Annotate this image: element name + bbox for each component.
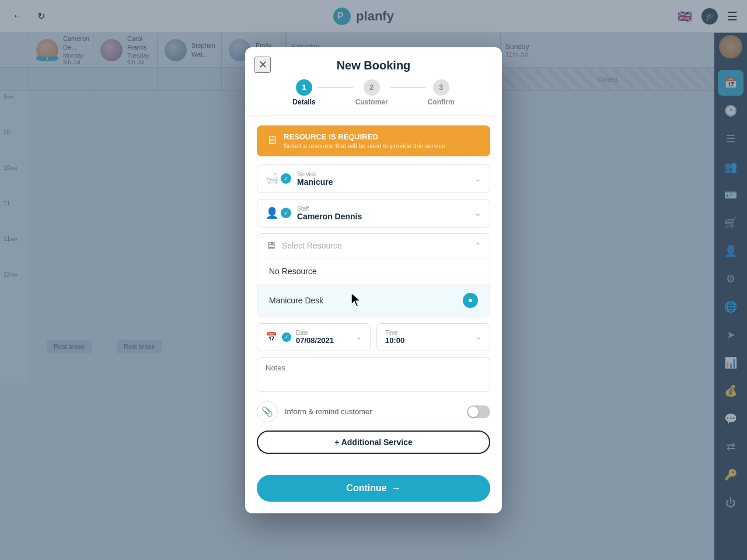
resource-label-block: Select Resource: [282, 241, 469, 250]
step-confirm: 3 Confirm: [428, 79, 455, 106]
step-connector-1: [318, 87, 353, 88]
manicure-desk-select-dot: [463, 293, 478, 308]
inform-label: Inform & remind customer: [285, 407, 460, 416]
toggle-knob: [468, 407, 479, 417]
staff-dropdown[interactable]: 👤 ✓ Staff Cameron Dennis ⌄: [257, 199, 490, 228]
step-2-circle: 2: [364, 79, 380, 96]
time-field[interactable]: Time 10:00 ⌄: [376, 323, 490, 351]
step-1-circle: 1: [296, 79, 312, 96]
alert-icon: 🖥: [266, 134, 278, 147]
resource-dropdown: 🖥 Select Resource ⌃ No Resource Manicure…: [257, 233, 490, 317]
additional-service-button[interactable]: + Additional Service: [257, 430, 490, 454]
staff-value: Cameron Dennis: [297, 212, 469, 221]
step-customer: 2 Customer: [355, 79, 388, 106]
time-dropdown-arrow: ⌄: [476, 333, 481, 341]
modal-overlay: ✕ New Booking 1 Details 2 Customer 3 Con…: [0, 0, 747, 560]
modal-body: 🖥 RESOURCE IS REQUIRED Select a resource…: [245, 116, 502, 475]
service-label-block: Service Manicure: [297, 171, 469, 187]
service-icon-group: 🛁 ✓: [266, 172, 291, 185]
service-icon: 🛁: [266, 172, 278, 185]
alert-text: RESOURCE IS REQUIRED Select a resource t…: [284, 132, 447, 149]
time-value: 10:00: [385, 336, 471, 345]
step-3-label: Confirm: [428, 98, 455, 106]
resource-required-alert: 🖥 RESOURCE IS REQUIRED Select a resource…: [257, 125, 490, 156]
step-3-circle: 3: [433, 79, 449, 96]
time-sublabel: Time: [385, 330, 471, 336]
service-sublabel: Service: [297, 171, 469, 177]
time-label-block: Time 10:00: [385, 330, 471, 345]
date-icon: 📅: [266, 331, 277, 342]
resource-dropdown-arrow: ⌃: [474, 241, 481, 250]
step-connector-2: [390, 87, 425, 88]
notes-field[interactable]: [257, 357, 490, 392]
date-value: 07/08/2021: [296, 336, 351, 345]
resource-option-no-resource[interactable]: No Resource: [257, 258, 490, 285]
date-dropdown-arrow: ⌄: [356, 333, 362, 341]
staff-dropdown-arrow: ⌄: [474, 208, 481, 218]
continue-arrow-icon: →: [392, 483, 401, 494]
steps-row: 1 Details 2 Customer 3 Confirm: [259, 79, 488, 106]
svg-point-3: [469, 299, 472, 302]
service-value: Manicure: [297, 177, 469, 187]
step-details: 1 Details: [292, 79, 315, 106]
modal-title: New Booking: [259, 59, 488, 72]
continue-label: Continue: [346, 483, 386, 494]
staff-icon: 👤: [266, 206, 278, 219]
step-1-label: Details: [292, 98, 315, 106]
resource-dropdown-header[interactable]: 🖥 Select Resource ⌃: [257, 234, 490, 258]
manicure-desk-label: Manicure Desk: [269, 296, 323, 305]
resource-placeholder: Select Resource: [282, 241, 469, 250]
continue-button[interactable]: Continue →: [257, 475, 490, 502]
staff-label-block: Staff Cameron Dennis: [297, 205, 469, 221]
select-check-icon: [467, 297, 474, 304]
modal-header: ✕ New Booking 1 Details 2 Customer 3 Con…: [245, 47, 502, 116]
service-check: ✓: [281, 173, 291, 184]
new-booking-modal: ✕ New Booking 1 Details 2 Customer 3 Con…: [245, 47, 502, 513]
resource-icon: 🖥: [266, 240, 276, 252]
staff-icon-group: 👤 ✓: [266, 206, 291, 219]
resource-options: No Resource Manicure Desk: [257, 258, 490, 317]
service-dropdown[interactable]: 🛁 ✓ Service Manicure ⌄: [257, 164, 490, 193]
date-time-row: 📅 ✓ Date 07/08/2021 ⌄ Time 10:00 ⌄: [257, 323, 490, 351]
inform-toggle[interactable]: [467, 405, 490, 418]
staff-check: ✓: [281, 208, 291, 218]
staff-sublabel: Staff: [297, 205, 469, 212]
modal-close-button[interactable]: ✕: [254, 57, 271, 73]
resource-option-manicure-desk[interactable]: Manicure Desk: [257, 285, 490, 317]
attach-button[interactable]: 📎: [257, 401, 278, 422]
date-label-block: Date 07/08/2021: [296, 330, 351, 345]
modal-footer: Continue →: [245, 475, 502, 513]
date-field[interactable]: 📅 ✓ Date 07/08/2021 ⌄: [257, 323, 371, 351]
alert-subtitle: Select a resource that will be used to p…: [284, 142, 447, 149]
service-dropdown-arrow: ⌄: [474, 174, 481, 183]
bottom-controls: 📎 Inform & remind customer: [257, 401, 490, 422]
date-sublabel: Date: [296, 330, 351, 336]
step-2-label: Customer: [355, 98, 388, 106]
alert-title: RESOURCE IS REQUIRED: [284, 132, 447, 141]
date-check: ✓: [282, 332, 291, 342]
